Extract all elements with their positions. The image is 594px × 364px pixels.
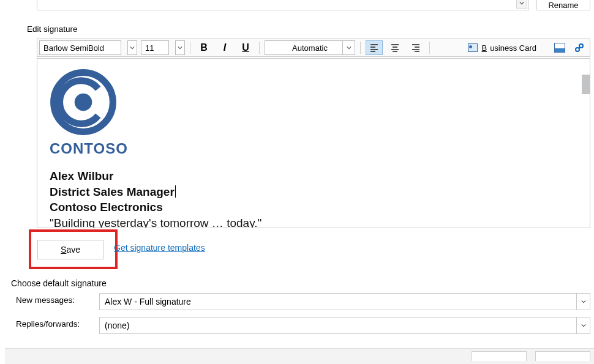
footer-button[interactable]	[472, 351, 527, 361]
separator	[190, 42, 190, 54]
signature-name: Alex Wilbur	[50, 168, 577, 184]
image-icon	[554, 43, 565, 53]
svg-point-16	[75, 94, 92, 111]
get-templates-link[interactable]: Get signature templates	[114, 243, 205, 253]
chevron-down-icon[interactable]	[342, 41, 355, 54]
business-card-label: usiness Card	[490, 43, 536, 53]
font-size-value: 11	[145, 43, 154, 53]
new-messages-value: Alex W - Full signature	[105, 297, 191, 306]
font-family-select[interactable]: Barlow SemiBold	[39, 40, 121, 55]
signature-company: Contoso Electronics	[50, 199, 577, 215]
chevron-down-icon[interactable]	[576, 318, 590, 333]
signature-tagline: "Building yesterday's tomorrow … today."	[50, 215, 577, 228]
chevron-down-icon[interactable]	[516, 0, 527, 9]
choose-default-label: Choose default signature	[11, 278, 107, 288]
save-label-rest: ave	[66, 245, 80, 254]
rename-button[interactable]: Rename	[536, 0, 590, 10]
align-left-button[interactable]	[366, 40, 383, 55]
font-color-value: Automatic	[292, 43, 328, 53]
font-size-select[interactable]: 11	[141, 40, 169, 55]
business-card-button[interactable]: Business Card	[461, 43, 543, 53]
insert-link-button[interactable]	[571, 42, 588, 54]
text-caret	[175, 185, 176, 198]
italic-button[interactable]: I	[216, 40, 233, 55]
signature-list-combo[interactable]	[37, 0, 529, 10]
contoso-logo-text: CONTOSO	[50, 140, 577, 157]
replies-forwards-select[interactable]: (none)	[99, 317, 590, 334]
align-right-button[interactable]	[407, 40, 424, 55]
edit-signature-label: Edit signature	[27, 24, 78, 34]
align-center-button[interactable]	[386, 40, 404, 55]
link-icon	[574, 42, 585, 53]
card-icon	[468, 43, 478, 52]
new-messages-label: New messages:	[16, 295, 75, 305]
font-size-dropdown[interactable]	[175, 40, 185, 55]
chevron-down-icon[interactable]	[576, 294, 590, 310]
insert-image-button[interactable]	[551, 42, 568, 53]
font-color-select[interactable]: Automatic	[265, 40, 355, 55]
footer-button[interactable]	[535, 351, 590, 361]
formatting-toolbar: Barlow SemiBold 11 B I U Automatic	[37, 39, 590, 57]
replies-forwards-label: Replies/forwards:	[16, 319, 80, 329]
save-button[interactable]: Save	[37, 240, 103, 259]
new-messages-select[interactable]: Alex W - Full signature	[99, 293, 590, 310]
dialog-footer	[5, 348, 594, 364]
contoso-logo-icon	[50, 69, 117, 136]
bold-button[interactable]: B	[195, 40, 212, 55]
separator	[259, 42, 260, 54]
signature-title: District Sales Manager	[50, 185, 175, 198]
signature-editor[interactable]: CONTOSO Alex Wilbur District Sales Manag…	[37, 58, 590, 228]
font-family-value: Barlow SemiBold	[43, 43, 104, 53]
replies-forwards-value: (none)	[105, 321, 129, 330]
font-family-dropdown[interactable]	[127, 40, 137, 55]
separator	[360, 42, 361, 54]
underline-button[interactable]: U	[237, 40, 254, 55]
scrollbar-thumb[interactable]	[582, 75, 590, 94]
svg-line-14	[579, 47, 580, 48]
separator	[429, 42, 430, 54]
